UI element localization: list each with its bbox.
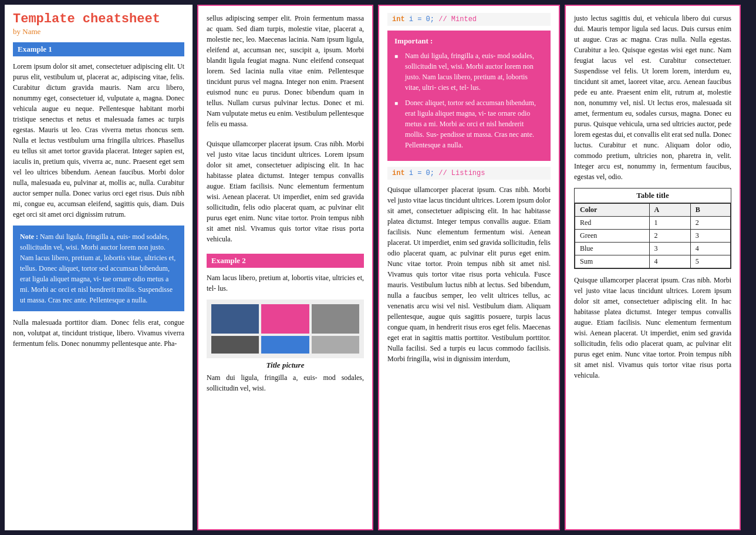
table-cell: Red (575, 217, 650, 230)
pic-cell-1 (211, 304, 259, 334)
example2-header: Example 2 (207, 254, 364, 268)
note-label: Note : (20, 233, 38, 241)
data-table: Color A B Red12Green23Blue34Sum45 (575, 203, 731, 268)
picture-caption: Nam dui ligula, fringilla a, euis- mod s… (207, 372, 364, 393)
table-header-row: Color A B (575, 204, 731, 217)
table-row: Red12 (575, 217, 731, 230)
pic-cell-6 (312, 336, 359, 354)
pic-cell-5 (261, 336, 309, 354)
picture-placeholder (207, 300, 364, 358)
table-cell: 4 (649, 255, 690, 268)
code-keyword-1: int (392, 15, 405, 23)
table-cell: 4 (690, 243, 730, 255)
col2-body2: Quisque ullamcorper placerat ipsum. Cras… (207, 139, 364, 244)
column-1: Template cheatsheet by Name Example 1 Lo… (5, 5, 193, 530)
col2-body1: sellus adipiscing semper elit. Proin fer… (207, 13, 364, 129)
table-cell: Sum (575, 255, 650, 268)
table-cell: 3 (690, 230, 730, 243)
code-rest-1: i = 0; (409, 15, 438, 23)
example1-header: Example 1 (13, 42, 184, 56)
col1-after-note: Nulla malesuada porttitor diam. Donec fe… (13, 317, 184, 349)
col-header-b: B (690, 204, 730, 217)
bullet-icon-1: ■ (394, 52, 403, 60)
table-row: Green23 (575, 230, 731, 243)
column-4: justo lectus sagittis dui, et vehicula l… (565, 5, 741, 530)
table-cell: 5 (690, 255, 730, 268)
column-2: sellus adipiscing semper elit. Proin fer… (197, 5, 373, 530)
table-cell: Green (575, 230, 650, 243)
picture-container: Title picture Nam dui ligula, fringilla … (207, 300, 364, 393)
table-cell: 2 (649, 230, 690, 243)
table-row: Blue34 (575, 243, 731, 255)
code-line-1: int i = 0; // Minted (387, 13, 551, 26)
bullet-item-1: ■ Nam dui ligula, fringilla a, euis- mod… (394, 51, 544, 93)
col4-body-bottom: Quisque ullamcorper placerat ipsum. Cras… (574, 275, 731, 381)
table-cell: 1 (649, 217, 690, 230)
bullet-item-2: ■ Donec aliquet, tortor sed accumsan bib… (394, 97, 544, 150)
table-cell: Blue (575, 243, 650, 255)
col-header-a: A (649, 204, 690, 217)
data-table-container: Table title Color A B Red12Green23Blue34… (574, 188, 731, 269)
pic-cell-3 (312, 304, 359, 334)
note-box: Note : Nam dui ligula, fringilla a, euis… (13, 226, 184, 311)
bullet-text-2: Donec aliquet, tortor sed accumsan biben… (405, 97, 544, 150)
code-rest-2: i = 0; (409, 169, 438, 177)
table-row: Sum45 (575, 255, 731, 268)
table-cell: 2 (690, 217, 730, 230)
code-keyword-2: int (392, 169, 405, 177)
col-header-color: Color (575, 204, 650, 217)
col2-example2-body: Nam lacus libero, pretium at, lobortis v… (207, 272, 364, 294)
col4-body-top: justo lectus sagittis dui, et vehicula l… (574, 13, 731, 182)
bullet-icon-2: ■ (394, 99, 403, 107)
page: Template cheatsheet by Name Example 1 Lo… (0, 0, 756, 535)
note-body: Nam dui ligula, fringilla a, euis- mod s… (20, 233, 176, 304)
pic-cell-2 (261, 304, 309, 334)
picture-title: Title picture (207, 361, 364, 370)
table-title: Table title (575, 189, 731, 203)
page-title: Template cheatsheet by Name (13, 12, 184, 36)
pic-cell-4 (211, 336, 259, 354)
table-cell: 3 (649, 243, 690, 255)
code-comment-2: // Listings (438, 169, 485, 177)
code-line-2: int i = 0; // Listings (387, 167, 551, 180)
important-title: Important : (394, 36, 544, 46)
important-box: Important : ■ Nam dui ligula, fringilla … (387, 31, 551, 161)
bullet-text-1: Nam dui ligula, fringilla a, euis- mod s… (405, 51, 544, 93)
code-comment-1: // Minted (438, 15, 477, 23)
col3-body1: Quisque ullamcorper placerat ipsum. Cras… (387, 184, 551, 364)
column-3: int i = 0; // Minted Important : ■ Nam d… (378, 5, 560, 530)
example1-body: Lorem ipsum dolor sit amet, consectetuer… (13, 61, 184, 220)
